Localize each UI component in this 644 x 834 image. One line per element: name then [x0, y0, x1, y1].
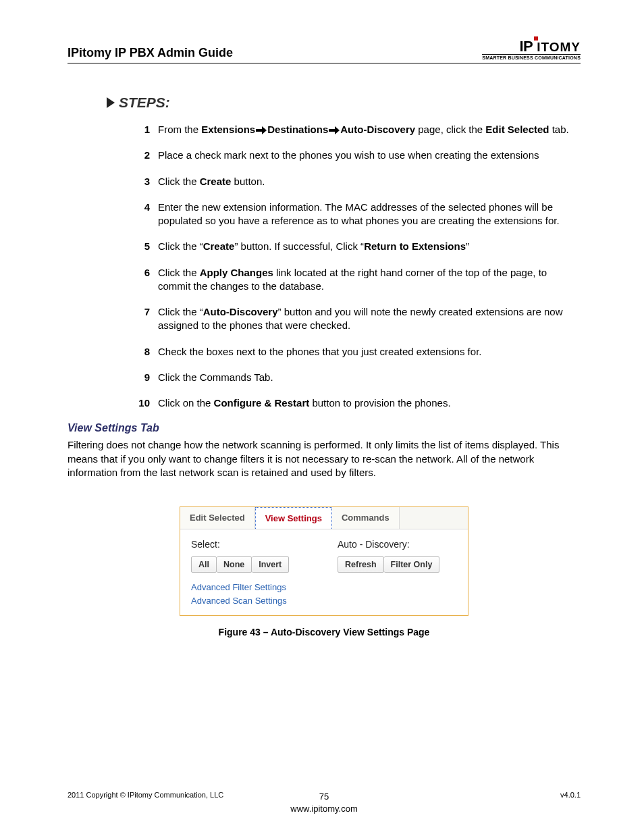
step-item: 4Enter the new extension information. Th…: [138, 201, 579, 228]
svg-marker-0: [107, 97, 115, 108]
svg-marker-4: [335, 126, 340, 134]
auto-discovery-label: Auto - Discovery:: [338, 539, 457, 550]
discovery-refresh-button[interactable]: Refresh: [338, 556, 384, 573]
step-number: 3: [138, 175, 158, 188]
step-item: 9Click the Commands Tab.: [138, 371, 579, 384]
select-none-button[interactable]: None: [217, 556, 252, 573]
step-number: 7: [138, 305, 158, 333]
step-text: Click the Apply Changes link located at …: [158, 266, 579, 294]
section-paragraph: Filtering does not change how the networ…: [68, 438, 581, 479]
step-number: 6: [138, 266, 158, 294]
step-text: Click the “Create” button. If successful…: [158, 240, 579, 253]
tab-edit-selected[interactable]: Edit Selected: [180, 507, 255, 529]
discovery-filter-only-button[interactable]: Filter Only: [384, 556, 440, 573]
view-settings-panel: Edit SelectedView SettingsCommands Selec…: [180, 506, 468, 616]
step-text: Check the boxes next to the phones that …: [158, 345, 579, 359]
brand-tagline: SMARTER BUSINESS COMMUNICATIONS: [482, 54, 581, 60]
step-number: 5: [138, 240, 158, 253]
step-text: Click the Commands Tab.: [158, 371, 579, 384]
link-advanced-scan-settings[interactable]: Advanced Scan Settings: [191, 594, 311, 608]
step-number: 8: [138, 345, 158, 359]
step-item: 1From the ExtensionsDestinationsAuto-Dis…: [138, 123, 579, 136]
step-text: Enter the new extension information. The…: [158, 201, 579, 228]
step-item: 7Click the “Auto-Discovery” button and y…: [138, 305, 579, 333]
select-all-button[interactable]: All: [191, 556, 217, 573]
page-footer: 2011 Copyright © IPitomy Communication, …: [68, 791, 581, 799]
svg-rect-1: [256, 129, 262, 132]
triangle-right-icon: [107, 97, 115, 108]
select-invert-button[interactable]: Invert: [252, 556, 289, 573]
steps-heading: STEPS:: [68, 95, 581, 111]
step-item: 2Place a check mark next to the phones y…: [138, 149, 579, 162]
page-header: IPitomy IP PBX Admin Guide IPITOMY SMART…: [68, 39, 581, 63]
step-item: 8Check the boxes next to the phones that…: [138, 345, 579, 359]
tab-commands[interactable]: Commands: [332, 507, 400, 529]
tab-view-settings[interactable]: View Settings: [255, 507, 332, 529]
select-label: Select:: [191, 539, 311, 550]
step-text: Click the “Auto-Discovery” button and yo…: [158, 305, 579, 333]
discovery-button-group: RefreshFilter Only: [338, 556, 457, 573]
footer-page-number: 75: [68, 791, 581, 803]
doc-title: IPitomy IP PBX Admin Guide: [68, 46, 233, 60]
step-text: Place a check mark next to the phones yo…: [158, 149, 579, 162]
svg-marker-2: [262, 126, 267, 134]
panel-tabs: Edit SelectedView SettingsCommands: [180, 507, 468, 529]
step-text: Click the Create button.: [158, 175, 579, 188]
step-item: 6Click the Apply Changes link located at…: [138, 266, 579, 294]
step-number: 1: [138, 123, 158, 136]
advanced-links: Advanced Filter SettingsAdvanced Scan Se…: [191, 581, 311, 607]
link-advanced-filter-settings[interactable]: Advanced Filter Settings: [191, 581, 311, 594]
figure-caption: Figure 43 – Auto-Discovery View Settings…: [68, 627, 581, 637]
step-text: Click on the Configure & Restart button …: [158, 396, 579, 410]
steps-list: 1From the ExtensionsDestinationsAuto-Dis…: [68, 123, 581, 410]
select-button-group: AllNoneInvert: [191, 556, 311, 573]
steps-heading-text: STEPS:: [119, 95, 170, 111]
step-text: From the ExtensionsDestinationsAuto-Disc…: [158, 123, 579, 136]
footer-url: www.ipitomy.com: [68, 803, 581, 815]
step-number: 2: [138, 149, 158, 162]
step-item: 3Click the Create button.: [138, 175, 579, 188]
step-item: 5Click the “Create” button. If successfu…: [138, 240, 579, 253]
section-heading: View Settings Tab: [68, 422, 581, 434]
svg-rect-3: [329, 129, 335, 132]
step-number: 10: [138, 396, 158, 410]
step-number: 9: [138, 371, 158, 384]
step-number: 4: [138, 201, 158, 228]
step-item: 10Click on the Configure & Restart butto…: [138, 396, 579, 410]
brand-logo: IPITOMY SMARTER BUSINESS COMMUNICATIONS: [482, 39, 581, 60]
